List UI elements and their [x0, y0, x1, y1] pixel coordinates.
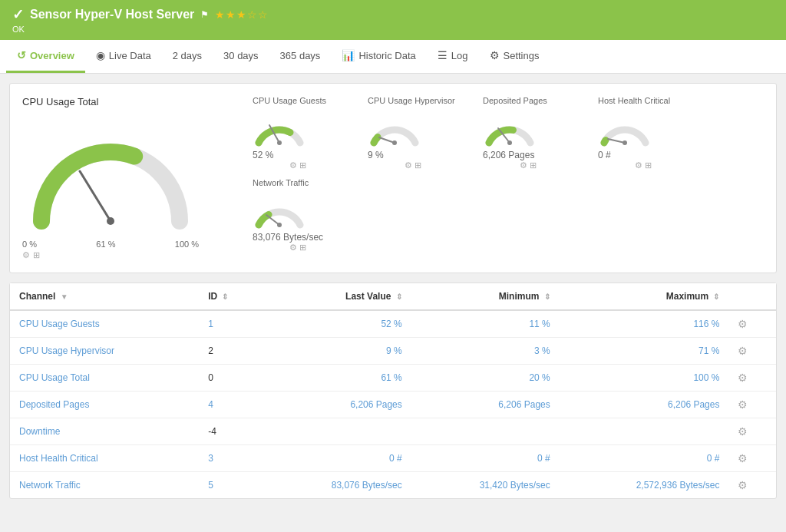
col-maximum[interactable]: Maximum ⇕: [560, 283, 729, 310]
id-1-link[interactable]: 1: [208, 319, 213, 329]
small-gauge-network-traffic: Network Traffic 83,076 Bytes/sec ⚙ ⊞: [253, 178, 352, 253]
deposited-pages-gauge-svg: [483, 108, 537, 147]
main-gauge-wrapper: [22, 114, 199, 236]
cpu-hypervisor-gear-icon[interactable]: ⚙: [405, 160, 412, 170]
small-gauge-deposited-pages: Deposited Pages 6,206 Pages ⚙ ⊞: [483, 96, 583, 170]
channel-data-table: Channel ▼ ID ⇕ Last Value ⇕ Minimum ⇕ Ma…: [10, 283, 776, 498]
id-4-link[interactable]: 4: [208, 399, 213, 410]
deposited-max[interactable]: 6,206 Pages: [668, 399, 719, 410]
cpu-hypervisor-min[interactable]: 3 %: [534, 345, 550, 356]
channel-name: Host Health Critical: [10, 445, 199, 472]
gauge-current-label: 61 %: [96, 240, 115, 249]
small-gauge-cpu-hypervisor: CPU Usage Hypervisor 9 % ⚙ ⊞: [368, 96, 467, 170]
network-traffic-link[interactable]: Network Traffic: [19, 480, 81, 491]
gauge-min-label: 0 %: [22, 240, 37, 249]
table-row: Host Health Critical 3 0 # 0 # 0 # ⚙: [10, 445, 776, 472]
network-min[interactable]: 31,420 Bytes/sec: [480, 480, 550, 491]
cpu-guests-link[interactable]: CPU Usage Guests: [19, 319, 100, 329]
main-gauge-expand-icon[interactable]: ⊞: [33, 250, 40, 260]
navigation-tabs: ↺ Overview ◉ Live Data 2 days 30 days 36…: [0, 40, 786, 74]
downtime-link[interactable]: Downtime: [19, 426, 60, 437]
rating-stars[interactable]: ★★★☆☆: [215, 8, 269, 21]
cpu-total-link[interactable]: CPU Usage Total: [19, 372, 90, 383]
col-id[interactable]: ID ⇕: [199, 283, 263, 310]
row-id: 2: [199, 338, 263, 365]
cpu-guests-icons: ⚙ ⊞: [253, 160, 306, 170]
row-gear-icon[interactable]: ⚙: [738, 425, 748, 438]
small-gauge-cpu-guests: CPU Usage Guests 52 % ⚙ ⊞: [253, 96, 352, 170]
tab-live-data[interactable]: ◉ Live Data: [85, 40, 162, 73]
host-health-min[interactable]: 0 #: [537, 453, 550, 464]
tab-historic-data[interactable]: 📊 Historic Data: [331, 40, 426, 73]
cpu-guests-expand-icon[interactable]: ⊞: [299, 160, 306, 170]
deposited-pages-expand-icon[interactable]: ⊞: [530, 160, 537, 170]
cpu-hypervisor-last-val[interactable]: 9 %: [386, 345, 402, 356]
cpu-hypervisor-expand-icon[interactable]: ⊞: [414, 160, 421, 170]
status-text: OK: [12, 25, 269, 34]
host-health-last-val[interactable]: 0 #: [389, 453, 402, 464]
svg-point-1: [107, 217, 114, 225]
host-health-gear-icon[interactable]: ⚙: [635, 160, 642, 170]
flag-icon[interactable]: ⚑: [200, 9, 209, 20]
id-5-link[interactable]: 5: [208, 480, 213, 491]
channel-name: Downtime: [10, 418, 199, 445]
deposited-pages-link[interactable]: Deposited Pages: [19, 399, 89, 410]
channel-name: CPU Usage Total: [10, 365, 199, 392]
svg-line-0: [80, 171, 111, 221]
deposited-last-val[interactable]: 6,206 Pages: [350, 399, 401, 410]
tab-30days-label: 30 days: [223, 50, 259, 61]
gauge-max-label: 100 %: [175, 240, 199, 249]
tab-30days[interactable]: 30 days: [213, 41, 269, 73]
row-gear-icon[interactable]: ⚙: [738, 345, 748, 357]
id-3-link[interactable]: 3: [208, 453, 213, 464]
network-traffic-expand-icon[interactable]: ⊞: [299, 243, 306, 253]
min-val: [411, 418, 560, 445]
host-health-expand-icon[interactable]: ⊞: [645, 160, 652, 170]
cpu-guests-title: CPU Usage Guests: [253, 96, 352, 105]
cpu-guests-last-val[interactable]: 52 %: [381, 319, 401, 329]
network-last-val[interactable]: 83,076 Bytes/sec: [332, 480, 402, 491]
overview-card: CPU Usage Total 0 % 61 % 100 %: [9, 83, 777, 273]
host-health-link[interactable]: Host Health Critical: [19, 453, 98, 464]
row-actions: ⚙: [728, 445, 776, 472]
row-gear-icon[interactable]: ⚙: [738, 318, 748, 330]
deposited-pages-gear-icon[interactable]: ⚙: [520, 160, 527, 170]
row-actions: ⚙: [728, 365, 776, 392]
cpu-guests-min[interactable]: 11 %: [529, 319, 550, 329]
network-traffic-gear-icon[interactable]: ⚙: [289, 243, 297, 253]
tab-2days[interactable]: 2 days: [162, 41, 213, 73]
row-gear-icon[interactable]: ⚙: [738, 479, 748, 491]
cpu-total-last-val[interactable]: 61 %: [381, 372, 401, 383]
cpu-hypervisor-max[interactable]: 71 %: [698, 345, 719, 356]
row-gear-icon[interactable]: ⚙: [738, 452, 748, 464]
overview-icon: ↺: [17, 49, 26, 61]
row-id: 5: [199, 472, 263, 499]
cpu-hypervisor-icons: ⚙ ⊞: [368, 160, 421, 170]
cpu-total-min[interactable]: 20 %: [529, 372, 550, 383]
cpu-guests-gear-icon[interactable]: ⚙: [289, 160, 297, 170]
row-gear-icon[interactable]: ⚙: [738, 398, 748, 411]
row-actions: ⚙: [728, 392, 776, 418]
table-header: Channel ▼ ID ⇕ Last Value ⇕ Minimum ⇕ Ma…: [10, 283, 776, 310]
channel-sort-icon: ▼: [61, 292, 68, 301]
row-gear-icon[interactable]: ⚙: [738, 372, 748, 384]
small-gauge-host-health: Host Health Critical 0 # ⚙ ⊞: [598, 96, 698, 170]
cpu-hypervisor-link[interactable]: CPU Usage Hypervisor: [19, 345, 114, 356]
row-actions: ⚙: [728, 338, 776, 365]
main-content: CPU Usage Total 0 % 61 % 100 %: [0, 74, 786, 508]
main-gauge-gear-icon[interactable]: ⚙: [22, 250, 30, 260]
tab-365days[interactable]: 365 days: [269, 41, 332, 73]
cpu-guests-max[interactable]: 116 %: [693, 319, 719, 329]
min-val: 6,206 Pages: [411, 392, 560, 418]
host-health-max[interactable]: 0 #: [707, 453, 720, 464]
cpu-total-max[interactable]: 100 %: [693, 372, 719, 383]
tab-overview[interactable]: ↺ Overview: [6, 40, 85, 73]
max-val: [560, 418, 729, 445]
col-minimum[interactable]: Minimum ⇕: [411, 283, 560, 310]
tab-settings[interactable]: ⚙ Settings: [479, 40, 550, 73]
deposited-min[interactable]: 6,206 Pages: [498, 399, 550, 410]
tab-log[interactable]: ☰ Log: [427, 40, 479, 73]
col-channel[interactable]: Channel ▼: [10, 283, 199, 310]
col-last-value[interactable]: Last Value ⇕: [263, 283, 411, 310]
network-max[interactable]: 2,572,936 Bytes/sec: [636, 480, 720, 491]
